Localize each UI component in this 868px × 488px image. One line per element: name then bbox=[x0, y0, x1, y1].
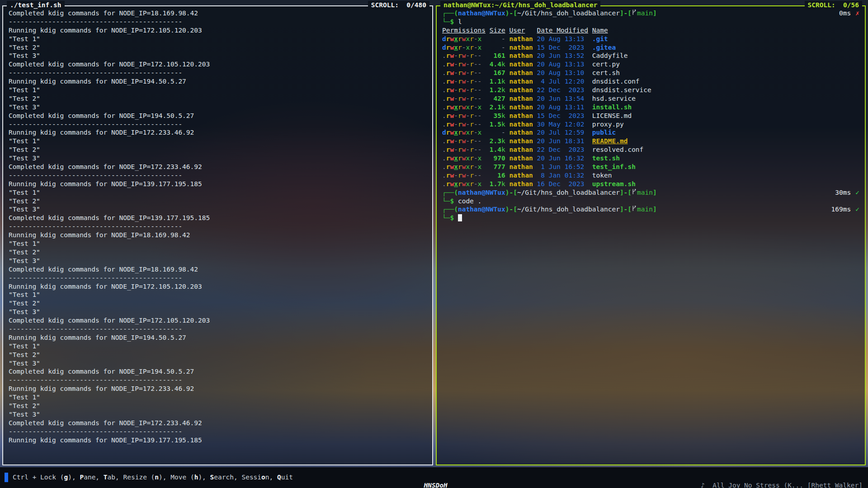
terminal-line: "Test 2" bbox=[9, 43, 427, 52]
now-playing: ♪ All Joy No Stress (K... [Rhett Walker] bbox=[701, 482, 863, 488]
hints-text: Ctrl + Lock (g), Pane, Tab, Resize (n), … bbox=[13, 473, 293, 482]
terminal-line: Completed kdig commands for NODE_IP=172.… bbox=[9, 163, 427, 171]
command-duration: 169ms bbox=[831, 205, 851, 214]
listing-row: .rw-rw-r-- 16 nathan 8 Jan 01:32 token bbox=[442, 171, 859, 180]
file-name: dnsdist.service bbox=[592, 86, 651, 94]
terminal-line: ----------------------------------------… bbox=[9, 222, 427, 231]
command-duration: 0ms bbox=[839, 9, 851, 18]
success-check-icon: ✓ bbox=[855, 188, 859, 197]
listing-row: .rw-rw-r-- 1.1k nathan 4 Jul 12:20 dnsdi… bbox=[442, 77, 859, 86]
listing-row: .rw-rw-r-- 1.4k nathan 22 Dec 2023 resol… bbox=[442, 145, 859, 154]
terminal-line: "Test 3" bbox=[9, 205, 427, 214]
prompt-line: ┌──(nathan@NWTux)-[~/Git/hns_doh_loadbal… bbox=[442, 188, 859, 197]
listing-row: .rwxrwxr-x 970 nathan 20 Jun 16:32 test.… bbox=[442, 154, 859, 163]
terminal-line: "Test 1" bbox=[9, 342, 427, 351]
terminal-line: "Test 3" bbox=[9, 410, 427, 419]
listing-row: .rw-rw-r-- 2.3k nathan 20 Jun 18:31 READ… bbox=[442, 137, 859, 145]
command-line: └─$ l bbox=[442, 18, 859, 26]
file-name: cert.sh bbox=[592, 69, 620, 76]
error-cross-icon: ✗ bbox=[855, 9, 859, 18]
git-branch-icon bbox=[632, 9, 637, 18]
file-name: hsd.service bbox=[592, 95, 636, 102]
listing-header: Permissions Size User Date Modified Name bbox=[442, 26, 859, 35]
terminal-line: "Test 2" bbox=[9, 248, 427, 257]
pane-test-inf[interactable]: ./test_inf.sh SCROLL: 0/480 Completed kd… bbox=[2, 5, 433, 465]
tab-hnsdoh[interactable]: HNSDoH bbox=[424, 482, 447, 488]
text-cursor bbox=[458, 214, 462, 221]
file-name: resolved.conf bbox=[592, 146, 644, 153]
terminal-line: Completed kdig commands for NODE_IP=194.… bbox=[9, 367, 427, 376]
terminal-line: "Test 3" bbox=[9, 359, 427, 368]
file-name: LICENSE.md bbox=[592, 112, 632, 119]
left-pane-content[interactable]: Completed kdig commands for NODE_IP=18.1… bbox=[3, 6, 432, 465]
status-bar: Ctrl + Lock (g), Pane, Tab, Resize (n), … bbox=[0, 467, 868, 488]
terminal-line: Completed kdig commands for NODE_IP=172.… bbox=[9, 419, 427, 427]
git-branch-icon bbox=[632, 188, 637, 197]
terminal-line: "Test 2" bbox=[9, 402, 427, 410]
file-name: cert.py bbox=[592, 61, 620, 68]
terminal-line: "Test 2" bbox=[9, 197, 427, 206]
terminal-line: ----------------------------------------… bbox=[9, 427, 427, 436]
terminal-line: "Test 1" bbox=[9, 137, 427, 145]
listing-row: .rwxrwxr-x 777 nathan 1 Jun 16:52 test_i… bbox=[442, 163, 859, 171]
terminal-line: "Test 2" bbox=[9, 145, 427, 154]
terminal-line: ----------------------------------------… bbox=[9, 376, 427, 385]
terminal-line: "Test 2" bbox=[9, 351, 427, 359]
listing-row: .rw-rw-r-- 427 nathan 20 Jun 13:54 hsd.s… bbox=[442, 94, 859, 103]
file-name: test.sh bbox=[592, 155, 620, 162]
terminal-line: "Test 3" bbox=[9, 257, 427, 265]
terminal-line: Completed kdig commands for NODE_IP=172.… bbox=[9, 316, 427, 325]
terminal-line: Completed kdig commands for NODE_IP=18.1… bbox=[9, 9, 427, 18]
terminal-line: Completed kdig commands for NODE_IP=172.… bbox=[9, 60, 427, 69]
command-line: └─$ bbox=[442, 214, 859, 222]
tab-bar: HNSDoH HSD VM bbox=[400, 473, 460, 488]
file-name: .git bbox=[592, 35, 608, 42]
mode-indicator bbox=[5, 473, 8, 482]
terminal-line: ----------------------------------------… bbox=[9, 69, 427, 77]
terminal-line: Running kdig commands for NODE_IP=194.50… bbox=[9, 77, 427, 86]
file-name: public bbox=[592, 129, 616, 136]
terminal-line: "Test 1" bbox=[9, 35, 427, 43]
terminal-line: "Test 3" bbox=[9, 103, 427, 112]
listing-row: .rw-rw-r-- 4.4k nathan 20 Aug 13:13 cert… bbox=[442, 60, 859, 69]
terminal-line: Completed kdig commands for NODE_IP=194.… bbox=[9, 112, 427, 120]
terminal-line: ----------------------------------------… bbox=[9, 18, 427, 26]
terminal-line: "Test 3" bbox=[9, 308, 427, 316]
file-name: install.sh bbox=[592, 103, 632, 111]
listing-row: .rwxrwxr-x 1.7k nathan 16 Dec 2023 upstr… bbox=[442, 180, 859, 188]
listing-row: .rw-rw-r-- 35k nathan 15 Dec 2023 LICENS… bbox=[442, 112, 859, 120]
terminal-line: "Test 1" bbox=[9, 86, 427, 94]
listing-row: drwxrwxr-x - nathan 20 Aug 13:13 .git bbox=[442, 35, 859, 43]
terminal-line: "Test 1" bbox=[9, 188, 427, 197]
file-name: test_inf.sh bbox=[592, 163, 636, 170]
file-name: dnsdist.conf bbox=[592, 78, 640, 85]
listing-row: .rwxrwxr-x 2.1k nathan 20 Aug 13:11 inst… bbox=[442, 103, 859, 112]
terminal-line: "Test 3" bbox=[9, 52, 427, 60]
terminal-line: Running kdig commands for NODE_IP=172.10… bbox=[9, 26, 427, 35]
pane-shell[interactable]: nathan@NWTux:~/Git/hns_doh_loadbalancer … bbox=[436, 5, 866, 465]
desktop: ./test_inf.sh SCROLL: 0/480 Completed kd… bbox=[0, 0, 868, 488]
command-line: └─$ code . bbox=[442, 197, 859, 206]
terminal-line: Running kdig commands for NODE_IP=172.10… bbox=[9, 282, 427, 291]
terminal-line: "Test 1" bbox=[9, 239, 427, 248]
file-name: token bbox=[592, 172, 612, 179]
terminal-line: ----------------------------------------… bbox=[9, 274, 427, 282]
listing-row: .rw-rw-r-- 161 nathan 20 Jun 13:52 Caddy… bbox=[442, 52, 859, 60]
git-branch-icon bbox=[632, 205, 637, 214]
terminal-line: Running kdig commands for NODE_IP=139.17… bbox=[9, 436, 427, 445]
status-right: ♪ All Joy No Stress (K... [Rhett Walker]… bbox=[677, 473, 863, 488]
right-pane-content[interactable]: ┌──(nathan@NWTux)-[~/Git/hns_doh_loadbal… bbox=[437, 6, 865, 465]
terminal-line: Completed kdig commands for NODE_IP=18.1… bbox=[9, 265, 427, 274]
terminal-line: ----------------------------------------… bbox=[9, 171, 427, 180]
listing-row: drwxr-xr-x - nathan 15 Dec 2023 .gitea bbox=[442, 43, 859, 52]
listing-row: drwxrwxr-x - nathan 20 Jul 12:59 public bbox=[442, 128, 859, 137]
file-name: .gitea bbox=[592, 44, 616, 51]
terminal-line: Running kdig commands for NODE_IP=18.169… bbox=[9, 231, 427, 239]
listing-row: .rw-rw-r-- 167 nathan 20 Aug 13:10 cert.… bbox=[442, 69, 859, 77]
terminal-line: ----------------------------------------… bbox=[9, 325, 427, 333]
prompt-line: ┌──(nathan@NWTux)-[~/Git/hns_doh_loadbal… bbox=[442, 205, 859, 214]
keybinding-hints: Ctrl + Lock (g), Pane, Tab, Resize (n), … bbox=[5, 473, 293, 482]
success-check-icon: ✓ bbox=[855, 205, 859, 214]
terminal-line: "Test 3" bbox=[9, 154, 427, 163]
file-name: proxy.py bbox=[592, 121, 624, 128]
